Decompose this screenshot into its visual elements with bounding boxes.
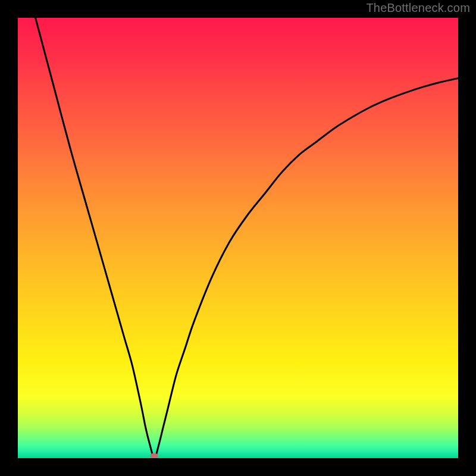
chart-frame: TheBottleneck.com [0, 0, 476, 476]
watermark-text: TheBottleneck.com [366, 1, 470, 15]
curve-svg [18, 18, 458, 458]
optimal-point-marker [151, 453, 158, 459]
bottleneck-curve [36, 18, 458, 458]
plot-area [18, 18, 458, 458]
